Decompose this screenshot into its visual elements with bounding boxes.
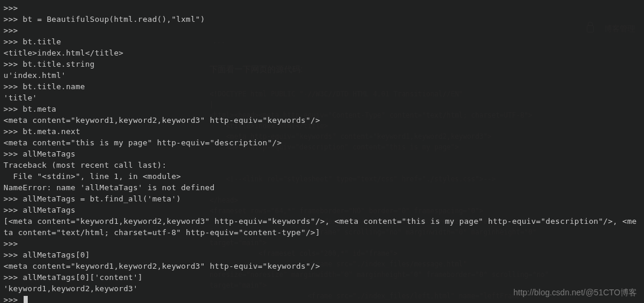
repl-line: >>> [4,239,23,248]
watermark-text: http://blog.csdn.net/@51CTO博客 [514,288,637,298]
repl-line: >>> allMetaTags [4,206,76,214]
repl-line: >>> bt.title.string [4,60,94,69]
repl-output: <meta content="keyword1,keyword2,keyword… [4,262,320,271]
repl-line: >>> bt.title [4,37,61,46]
repl-output: u'index.html' [4,71,66,80]
repl-line: >>> allMetaTags [4,149,76,158]
repl-line: >>> allMetaTags[0]['content'] [4,273,143,282]
repl-output: 'keyword1,keyword2,keyword3' [4,284,138,293]
repl-output: <meta content="this is my page" http-equ… [4,138,282,147]
repl-line: >>> bt.meta [4,105,56,113]
repl-output: <meta content="keyword1,keyword2,keyword… [4,116,320,125]
repl-line: >>> bt.meta.next [4,127,80,136]
repl-line: >>> [4,26,23,35]
cursor-icon [24,296,28,303]
repl-traceback: File "<stdin>", line 1, in <module> [4,172,181,181]
python-repl[interactable]: >>> >>> bt = BeautifulSoup(html.read(),"… [0,0,644,303]
repl-output: <title>index.html</title> [4,48,123,57]
repl-line: >>> bt = BeautifulSoup(html.read(),"lxml… [4,15,205,24]
repl-output: [<meta content="keyword1,keyword2,keywor… [4,217,637,237]
repl-line: >>> allMetaTags[0] [4,250,90,259]
repl-line: >>> bt.title.name [4,82,85,91]
repl-output: 'title' [4,93,37,102]
repl-traceback: NameError: name 'allMetaTags' is not def… [4,183,215,192]
repl-line: >>> allMetaTags = bt.find_all('meta') [4,194,181,203]
repl-traceback: Traceback (most recent call last): [4,161,166,170]
repl-line: >>> [4,4,23,12]
repl-prompt: >>> [4,295,23,303]
